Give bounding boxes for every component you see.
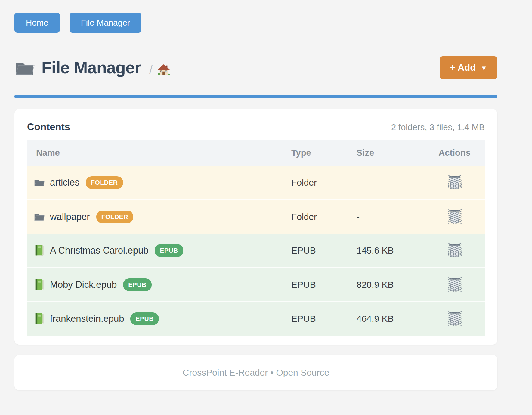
file-name[interactable]: Moby Dick.epub xyxy=(50,279,117,290)
table-row[interactable]: A Christmas Carol.epub EPUB EPUB 145.6 K… xyxy=(27,234,485,268)
type-value: EPUB xyxy=(291,234,357,268)
column-header-size: Size xyxy=(357,140,424,166)
house-icon xyxy=(157,63,170,76)
column-header-name: Name xyxy=(27,140,291,166)
footer: CrossPoint E-Reader • Open Source xyxy=(14,355,497,390)
size-value: - xyxy=(357,166,424,200)
folder-icon xyxy=(34,177,45,189)
delete-button[interactable] xyxy=(448,311,462,326)
delete-button[interactable] xyxy=(448,174,462,189)
file-table: Name Type Size Actions articles FOLDER xyxy=(27,140,485,336)
table-row[interactable]: wallpaper FOLDER Folder - xyxy=(27,200,485,234)
green-book-icon xyxy=(34,313,45,325)
home-button[interactable]: Home xyxy=(14,13,60,33)
header-divider xyxy=(14,95,497,98)
type-value: Folder xyxy=(291,166,357,200)
table-header-row: Name Type Size Actions xyxy=(27,140,485,166)
size-value: 820.9 KB xyxy=(357,268,424,302)
size-value: 145.6 KB xyxy=(357,234,424,268)
folder-badge: FOLDER xyxy=(86,176,123,189)
file-name[interactable]: frankenstein.epub xyxy=(50,313,124,324)
table-row[interactable]: frankenstein.epub EPUB EPUB 464.9 KB xyxy=(27,302,485,336)
folder-icon xyxy=(14,59,35,76)
contents-card: Contents 2 folders, 3 files, 1.4 MB Name… xyxy=(14,109,497,345)
column-header-type: Type xyxy=(291,140,357,166)
add-button-label: + Add xyxy=(450,62,476,73)
contents-summary: 2 folders, 3 files, 1.4 MB xyxy=(391,122,485,132)
folder-icon xyxy=(34,211,45,223)
page-header: File Manager / + Add ▼ xyxy=(14,56,497,79)
caret-down-icon: ▼ xyxy=(481,64,487,72)
epub-badge: EPUB xyxy=(130,312,159,325)
type-value: EPUB xyxy=(291,268,357,302)
footer-text: CrossPoint E-Reader • Open Source xyxy=(183,367,329,378)
trash-icon xyxy=(448,242,462,257)
file-name[interactable]: A Christmas Carol.epub xyxy=(50,245,148,256)
title-group: File Manager / xyxy=(14,58,170,77)
type-value: EPUB xyxy=(291,302,357,336)
home-icon[interactable] xyxy=(157,63,170,76)
trash-icon xyxy=(448,174,462,189)
table-row[interactable]: Moby Dick.epub EPUB EPUB 820.9 KB xyxy=(27,268,485,302)
page-container: Home File Manager File Manager / + Add ▼… xyxy=(14,0,497,390)
green-book-icon xyxy=(34,244,45,257)
epub-badge: EPUB xyxy=(155,244,183,257)
delete-button[interactable] xyxy=(448,277,462,292)
column-header-actions: Actions xyxy=(424,140,485,166)
add-button[interactable]: + Add ▼ xyxy=(440,56,497,79)
size-value: - xyxy=(357,200,424,234)
type-value: Folder xyxy=(291,200,357,234)
delete-button[interactable] xyxy=(448,242,462,257)
epub-badge: EPUB xyxy=(123,278,151,291)
folder-name[interactable]: articles xyxy=(50,177,79,188)
size-value: 464.9 KB xyxy=(357,302,424,336)
card-header: Contents 2 folders, 3 files, 1.4 MB xyxy=(27,121,485,133)
top-nav: Home File Manager xyxy=(14,0,497,33)
trash-icon xyxy=(448,209,462,224)
trash-icon xyxy=(448,277,462,292)
card-title: Contents xyxy=(27,121,70,133)
green-book-icon xyxy=(34,279,45,291)
breadcrumb-separator: / xyxy=(149,63,153,76)
breadcrumb: / xyxy=(149,63,170,76)
page-title: File Manager xyxy=(42,58,141,77)
file-manager-button[interactable]: File Manager xyxy=(70,13,141,33)
folder-badge: FOLDER xyxy=(96,211,133,223)
trash-icon xyxy=(448,311,462,326)
delete-button[interactable] xyxy=(448,209,462,224)
folder-name[interactable]: wallpaper xyxy=(50,211,90,222)
table-row[interactable]: articles FOLDER Folder - xyxy=(27,166,485,200)
